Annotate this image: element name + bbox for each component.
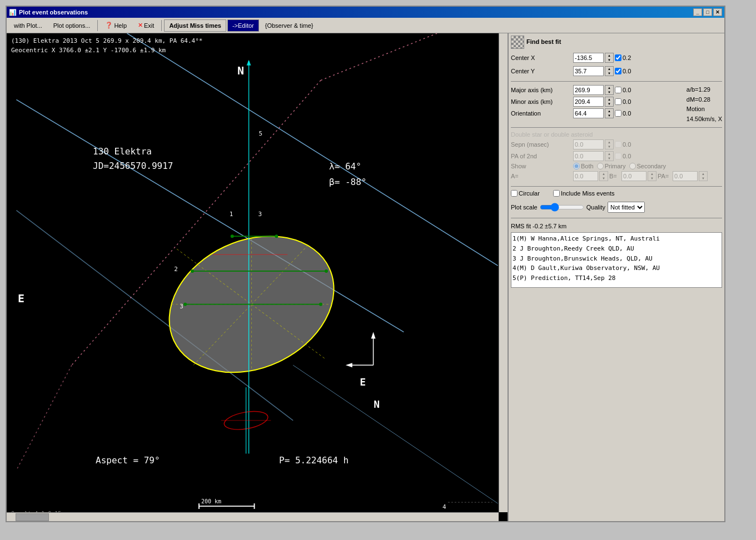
- find-best-fit-header: Find best fit: [511, 36, 722, 49]
- plot-info-top: (130) Elektra 2013 Oct 5 269.9 x 209.4 k…: [11, 37, 202, 55]
- spin-down-y-icon[interactable]: ▼: [605, 71, 613, 76]
- observer-2[interactable]: 2 J Broughton,Reedy Creek QLD, AU: [513, 244, 720, 254]
- menu-separator-1: [97, 20, 98, 31]
- plot-options-button[interactable]: Plot options...: [48, 19, 96, 32]
- svg-point-19: [191, 269, 194, 273]
- ab-ratio: a/b=1.29: [687, 85, 722, 95]
- b-input: [621, 171, 646, 181]
- dm-value: dM=0.28: [687, 95, 722, 105]
- pa2nd-label: PA of 2nd: [511, 153, 572, 159]
- editor-button[interactable]: ->Editor: [227, 19, 259, 32]
- observer-3[interactable]: 3 J Broughton,Brunswick Heads, QLD, AU: [513, 254, 720, 264]
- pa2nd-input: [573, 151, 604, 161]
- svg-point-20: [325, 269, 328, 273]
- beta-label: β= -88°: [329, 177, 366, 187]
- title-icon: 📊: [9, 9, 17, 16]
- pa-input: [673, 171, 698, 181]
- spin-up-y-icon[interactable]: ▲: [605, 67, 613, 71]
- svg-text:4: 4: [442, 503, 446, 511]
- observer-1[interactable]: 1(M) W Hanna,Alice Springs, NT, Australi: [513, 234, 720, 244]
- svg-line-3: [293, 365, 498, 503]
- major-axis-input[interactable]: [573, 85, 604, 95]
- major-axis-checkbox[interactable]: [615, 87, 621, 93]
- circular-label: Circular: [519, 190, 540, 197]
- pa2nd-spinner: ▲ ▼: [605, 151, 614, 161]
- menubar: with Plot... Plot options... ❓ Help ✕ Ex…: [7, 18, 724, 33]
- adjust-miss-times-button[interactable]: Adjust Miss times: [164, 19, 226, 32]
- spin-up-icon[interactable]: ▲: [605, 53, 613, 58]
- circular-checkbox[interactable]: [511, 190, 518, 197]
- scale-label: 200 km: [201, 498, 221, 504]
- rms-text: RMS fit -0.2 ±5.7 km: [511, 223, 722, 229]
- svg-point-16: [231, 234, 234, 238]
- minimize-button[interactable]: _: [693, 8, 702, 16]
- spin-down-icon[interactable]: ▼: [605, 58, 613, 62]
- scale-bar: 200 km: [201, 498, 221, 504]
- major-axis-row: Major axis (km) ▲ ▼ 0.0: [511, 85, 680, 95]
- center-y-spinner[interactable]: ▲ ▼: [605, 66, 614, 76]
- plot-scrollbar-horizontal[interactable]: [7, 512, 499, 521]
- svg-line-4: [321, 33, 437, 81]
- major-axis-spinner[interactable]: ▲ ▼: [605, 85, 614, 95]
- svg-text:5: 5: [258, 130, 262, 137]
- center-y-input[interactable]: [573, 66, 604, 76]
- pa-label: PA=: [658, 173, 672, 179]
- section-title: Find best fit: [526, 38, 561, 45]
- minor-axis-label: Minor axis (km): [511, 98, 572, 105]
- svg-line-6: [16, 365, 72, 470]
- observer-4[interactable]: 4(M) D Gault,Kuriwa Observatory, NSW, AU: [513, 263, 720, 273]
- observer-5[interactable]: 5(P) Prediction, TT14,Sep 28: [513, 273, 720, 283]
- period-label: P= 5.224664 h: [279, 455, 349, 466]
- plot-area[interactable]: 5 3 2 3 1 4 (130) Elektra 2013 Oct 5 269…: [7, 33, 508, 521]
- svg-line-0: [127, 33, 498, 266]
- include-miss-label: Include Miss events: [561, 190, 615, 197]
- right-panel: Find best fit Center X ▲ ▼ 0.2 Center Y …: [508, 33, 724, 521]
- b-label: B=: [609, 173, 620, 179]
- sepn-input: [573, 139, 604, 149]
- include-miss-checkbox[interactable]: [553, 190, 560, 197]
- radio-secondary: [629, 163, 636, 169]
- center-x-label: Center X: [511, 54, 572, 61]
- plot-scale-slider[interactable]: [540, 203, 584, 212]
- lambda-label: λ= 64°: [329, 161, 361, 172]
- menu-separator-2: [161, 20, 162, 31]
- orientation-input[interactable]: [573, 108, 604, 118]
- minor-axis-spinner[interactable]: ▲ ▼: [605, 97, 614, 107]
- east-label: E: [18, 292, 24, 305]
- a-label: A=: [511, 173, 572, 179]
- help-button[interactable]: ❓ Help: [100, 19, 132, 32]
- divider-2: [511, 127, 722, 128]
- exit-icon: ✕: [138, 22, 143, 29]
- orientation-spinner[interactable]: ▲ ▼: [605, 108, 614, 118]
- center-x-checkbox[interactable]: [615, 54, 621, 61]
- aspect-label: Aspect = 79°: [96, 455, 160, 466]
- minor-axis-checkbox[interactable]: [615, 98, 621, 105]
- scrollbar-thumb-h[interactable]: [16, 513, 49, 521]
- north-label-top: N: [237, 64, 244, 77]
- minor-axis-input[interactable]: [573, 97, 604, 107]
- center-y-val2: 0.0: [623, 68, 642, 74]
- plot-scrollbar-vertical[interactable]: [499, 33, 508, 512]
- orientation-checkbox[interactable]: [615, 110, 621, 117]
- compass-east: E: [360, 376, 366, 388]
- asteroid-label: 130 Elektra JD=2456570.9917: [93, 144, 173, 173]
- orientation-val2: 0.0: [623, 110, 642, 117]
- quality-select[interactable]: Not fitted Poor Fair Good Excellent: [608, 202, 645, 213]
- center-x-spinner[interactable]: ▲ ▼: [605, 53, 614, 63]
- observer-time-button[interactable]: {Observer & time}: [260, 19, 319, 32]
- main-area: 5 3 2 3 1 4 (130) Elektra 2013 Oct 5 269…: [7, 33, 724, 521]
- plot-scale-row: Plot scale Quality Not fitted Poor Fair …: [511, 202, 722, 213]
- with-plot-button[interactable]: with Plot...: [9, 19, 47, 32]
- svg-line-5: [72, 81, 321, 366]
- svg-point-25: [223, 408, 270, 432]
- observers-list[interactable]: 1(M) W Hanna,Alice Springs, NT, Australi…: [511, 232, 722, 288]
- center-x-input[interactable]: [573, 53, 604, 63]
- maximize-button[interactable]: □: [703, 8, 712, 16]
- center-y-checkbox[interactable]: [615, 68, 621, 74]
- close-button[interactable]: ✕: [713, 8, 722, 16]
- svg-text:3: 3: [180, 303, 183, 310]
- info-line1: (130) Elektra 2013 Oct 5 269.9 x 209.4 k…: [11, 37, 202, 46]
- asteroid-name: 130 Elektra: [93, 144, 173, 159]
- exit-button[interactable]: ✕ Exit: [133, 19, 159, 32]
- plot-svg: 5 3 2 3 1 4: [7, 33, 508, 521]
